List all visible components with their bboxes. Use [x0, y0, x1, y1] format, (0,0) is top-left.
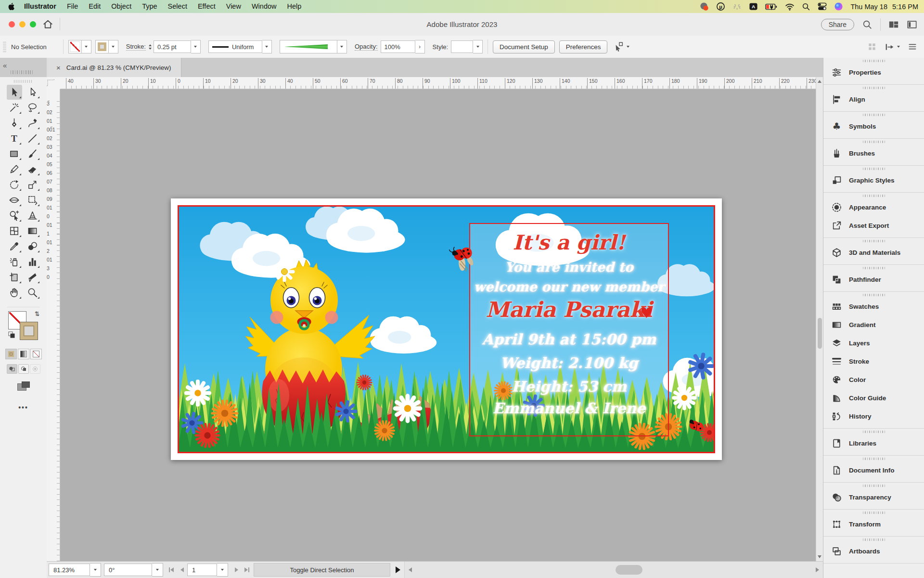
change-screen-mode-icon[interactable] [17, 381, 30, 391]
artboard-number-field[interactable]: 1 [187, 564, 217, 576]
free-transform-tool[interactable] [25, 193, 40, 208]
rotation-dropdown[interactable] [152, 563, 163, 577]
artboard-tool[interactable] [7, 270, 22, 285]
spotlight-icon[interactable] [802, 2, 810, 11]
slice-tool[interactable] [25, 270, 40, 285]
blend-tool[interactable] [25, 239, 40, 254]
panel-item-asset-export[interactable]: Asset Export [823, 216, 924, 235]
display-brightness-icon[interactable] [732, 2, 742, 11]
fill-color-swatch[interactable] [68, 40, 82, 53]
brush-definition-dropdown[interactable] [337, 40, 347, 53]
zoom-dropdown[interactable] [90, 563, 101, 577]
preferences-button[interactable]: Preferences [559, 40, 608, 53]
menu-window[interactable]: Window [246, 0, 282, 13]
color-button[interactable] [5, 349, 17, 359]
vertical-scroll-thumb[interactable] [818, 318, 822, 349]
stroke-color-swatch[interactable] [95, 40, 109, 53]
curvature-tool[interactable] [25, 116, 40, 131]
vertical-scrollbar[interactable] [816, 77, 823, 561]
symbol-sprayer-tool[interactable] [7, 254, 22, 269]
width-tool[interactable] [7, 193, 22, 208]
stroke-weight-stepper[interactable] [149, 44, 152, 50]
collapse-toolbar-icon[interactable]: « [3, 61, 6, 69]
rectangle-tool[interactable] [7, 146, 22, 161]
artboard-dropdown[interactable] [217, 563, 228, 577]
stroke-weight-dropdown[interactable] [191, 40, 201, 53]
panel-item-color-guide[interactable]: Color Guide [823, 389, 924, 407]
panel-item-history[interactable]: History [823, 407, 924, 425]
status-options-arrow[interactable] [396, 566, 400, 573]
menu-view[interactable]: View [221, 0, 246, 13]
panel-item-color[interactable]: Color [823, 370, 924, 389]
first-artboard-button[interactable] [166, 564, 177, 576]
arrange-icon[interactable] [885, 42, 900, 52]
panel-menu-icon[interactable] [908, 42, 917, 52]
pencil-tool[interactable] [7, 162, 22, 177]
scroll-down-arrow[interactable] [818, 555, 821, 558]
panel-item-artboards[interactable]: Artboards [823, 542, 924, 560]
menu-type[interactable]: Type [137, 0, 162, 13]
swap-fill-stroke-icon[interactable]: ⇄ [34, 311, 41, 316]
perspective-grid-tool[interactable] [25, 208, 40, 223]
rotation-field[interactable]: 0° [104, 564, 152, 576]
stroke-weight-field[interactable]: 0.25 pt [154, 40, 191, 53]
horizontal-ruler[interactable]: 4030201001020304050607080901001101201301… [60, 77, 816, 89]
menu-edit[interactable]: Edit [83, 0, 106, 13]
menu-file[interactable]: File [62, 0, 83, 13]
scale-tool[interactable] [25, 177, 40, 192]
panel-item-3d-materials[interactable]: 3D and Materials [823, 243, 924, 262]
workspace-switcher-icon[interactable] [907, 19, 917, 30]
share-button[interactable]: Share [821, 19, 854, 30]
hand-tool[interactable] [7, 285, 22, 300]
mesh-tool[interactable] [7, 223, 22, 238]
canvas[interactable]: It's a girl! You are invited to welcome … [60, 89, 816, 561]
panel-item-layers[interactable]: Layers [823, 334, 924, 352]
menu-help[interactable]: Help [282, 0, 307, 13]
opacity-label[interactable]: Opacity: [355, 43, 378, 51]
previous-artboard-button[interactable] [177, 564, 187, 576]
menu-illustrator[interactable]: Illustrator [19, 0, 62, 13]
siri-icon[interactable] [834, 2, 843, 11]
panel-item-transform[interactable]: Transform [823, 515, 924, 533]
menu-object[interactable]: Object [106, 0, 137, 13]
rotate-tool[interactable] [7, 177, 22, 192]
edit-toolbar-icon[interactable]: ••• [16, 404, 31, 411]
panel-item-document-info[interactable]: Document Info [823, 461, 924, 479]
shape-builder-tool[interactable] [7, 208, 22, 223]
panel-item-gradient[interactable]: Gradient [823, 315, 924, 334]
snap-options[interactable] [614, 41, 629, 52]
last-artboard-button[interactable] [242, 564, 252, 576]
scroll-right-arrow[interactable] [816, 567, 819, 572]
selection-tool[interactable] [7, 85, 22, 100]
keyboard-layout-icon[interactable] [749, 2, 758, 11]
menu-select[interactable]: Select [163, 0, 192, 13]
stroke-color-dropdown[interactable] [109, 40, 118, 53]
column-graph-tool[interactable] [25, 254, 40, 269]
screen-record-icon[interactable] [700, 2, 709, 11]
fill-color-dropdown[interactable] [82, 40, 91, 53]
scroll-up-arrow[interactable] [818, 80, 821, 83]
panel-item-appearance[interactable]: Appearance [823, 198, 924, 216]
menu-effect[interactable]: Effect [192, 0, 221, 13]
none-button[interactable] [30, 349, 42, 359]
draw-inside-button[interactable] [30, 364, 40, 374]
gradient-button[interactable] [18, 349, 29, 359]
scroll-left-arrow[interactable] [409, 567, 412, 572]
panel-item-libraries[interactable]: Libraries [823, 434, 924, 452]
default-fill-stroke-icon[interactable] [8, 331, 15, 338]
lasso-tool[interactable] [25, 100, 40, 115]
search-icon[interactable] [862, 19, 873, 30]
control-center-icon[interactable] [818, 2, 827, 11]
panel-item-graphic-styles[interactable]: Graphic Styles [823, 171, 924, 189]
panel-item-stroke[interactable]: Stroke [823, 352, 924, 370]
panel-item-transparency[interactable]: Transparency [823, 488, 924, 506]
panel-item-align[interactable]: Align [823, 90, 924, 108]
gradient-tool[interactable] [25, 223, 40, 238]
horizontal-scrollbar[interactable] [404, 562, 823, 578]
wifi-icon[interactable] [785, 2, 795, 12]
eyedropper-tool[interactable] [7, 239, 22, 254]
zoom-tool[interactable] [25, 285, 40, 300]
opacity-field[interactable]: 100% [381, 40, 415, 53]
ruler-origin[interactable] [47, 77, 61, 90]
style-field[interactable] [451, 40, 473, 53]
